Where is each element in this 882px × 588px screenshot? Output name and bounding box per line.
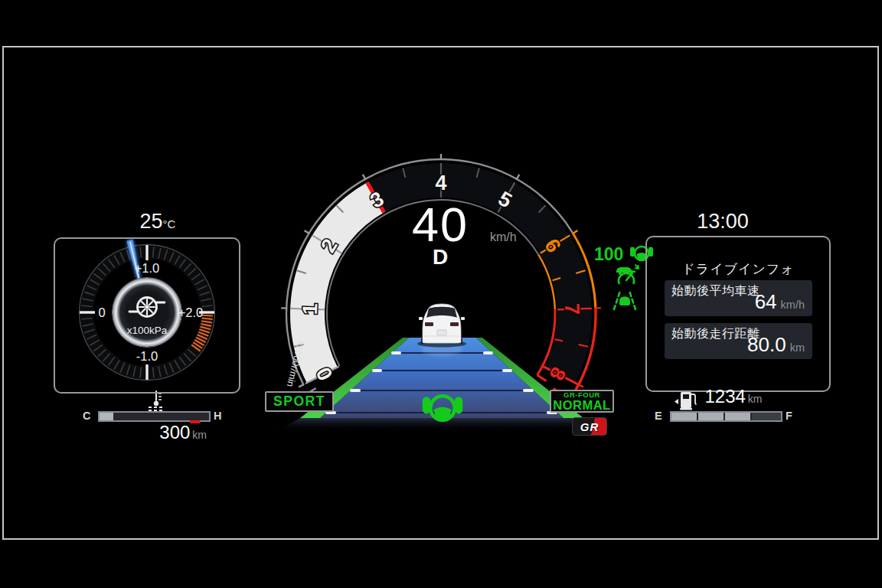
fuel-range-value: 1234 [704,386,745,407]
fuel-full-label: F [786,410,792,422]
boost-tick-label-left: 0 [89,305,115,320]
boost-tick-label-bottom: -1.0 [124,349,170,364]
fuel-range: 1234 km [686,386,781,407]
grfour-mode-badge: GR-FOUR NORMAL [550,390,614,413]
coolant-hot-label: H [214,410,221,422]
gear-indicator: D [397,245,483,270]
fuel-empty-label: E [655,410,662,422]
svg-text:7: 7 [560,303,584,315]
svg-text:1: 1 [299,303,322,315]
coolant-temp-icon [149,391,164,410]
drive-info-panel: ドライブインフォ 始動後平均車速 64 km/h 始動後走行距離 80.0 km [645,236,831,392]
fuel-level-bar [670,411,782,422]
coolant-temp-bar [98,411,211,422]
fuel-segment [698,413,724,420]
grfour-mode-label: NORMAL [553,399,610,412]
drive-info-value: 64 [755,290,777,314]
fuel-segment-empty [752,413,781,420]
coolant-level-fill [100,413,113,420]
cruise-set-speed: 100 [594,244,623,265]
radar-cruise-icon [616,265,639,283]
drive-info-unit: km/h [781,299,805,311]
svg-text:4: 4 [435,172,446,194]
fuel-range-unit: km [748,393,763,405]
instrument-cluster: 012345678 x1000r/min x100kPa [0,0,882,588]
odometer-value: 300 [159,422,190,443]
vehicle-graphic [417,304,466,348]
odometer: 300 km [116,422,207,443]
coolant-cold-label: C [83,410,90,422]
boost-tick-label-top: +1.0 [124,261,170,276]
fuel-segment [725,413,750,420]
outside-temperature: 25°C [115,210,201,234]
fuel-segment [671,413,697,420]
drive-mode-badge: SPORT [265,391,334,412]
vehicle-ahead-icon [614,291,635,309]
clock: 13:00 [677,210,769,234]
drive-info-card-average-speed: 始動後平均車速 64 km/h [665,280,812,316]
gr-logo: GR [572,417,607,436]
drive-info-unit: km [790,341,805,354]
boost-tick-label-right: +2.0 [173,305,208,320]
odometer-unit: km [192,429,207,441]
drive-info-card-distance: 始動後走行距離 80.0 km [665,323,812,359]
drive-info-label: 始動後平均車速 [671,283,760,299]
drive-info-title: ドライブインフォ [647,260,829,278]
drive-info-value: 80.0 [747,333,786,357]
speed-unit: km/h [490,230,517,244]
speed-value: 40 [397,201,483,249]
